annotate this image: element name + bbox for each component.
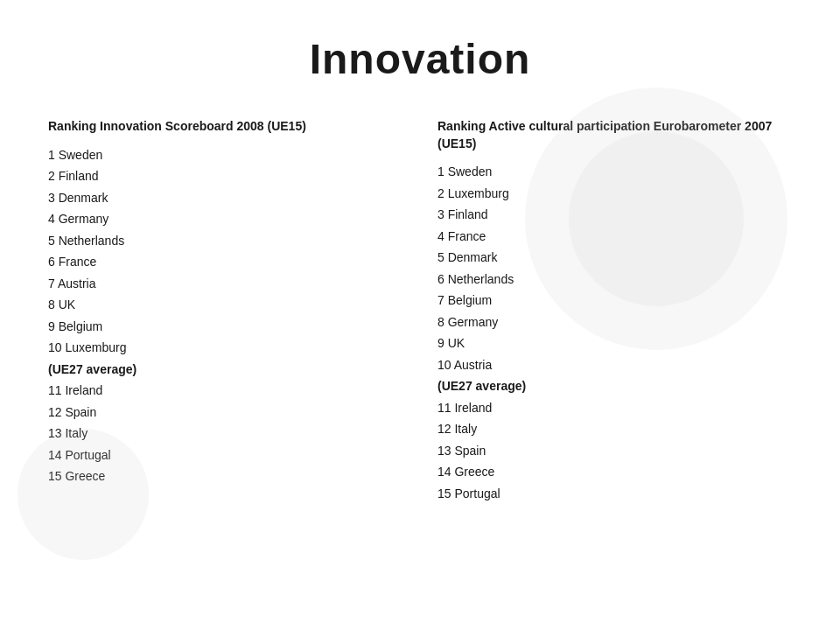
list-item: 11 Ireland bbox=[438, 397, 792, 419]
left-column-title: Ranking Innovation Scoreboard 2008 (UE15… bbox=[48, 118, 402, 136]
list-item: 8 UK bbox=[48, 294, 402, 316]
page-title: Innovation bbox=[0, 0, 840, 118]
list-item: 13 Italy bbox=[48, 423, 402, 444]
list-item: 11 Ireland bbox=[48, 380, 402, 402]
list-item: 6 France bbox=[48, 251, 402, 273]
list-item: 10 Luxemburg bbox=[48, 337, 402, 359]
left-ranking-list: 1 Sweden2 Finland3 Denmark4 Germany5 Net… bbox=[48, 144, 402, 487]
list-item: 14 Portugal bbox=[48, 444, 402, 466]
left-column: Ranking Innovation Scoreboard 2008 (UE15… bbox=[48, 118, 402, 504]
list-item: 1 Sweden bbox=[438, 161, 792, 183]
list-item: 5 Denmark bbox=[438, 247, 792, 269]
list-item: 5 Netherlands bbox=[48, 230, 402, 252]
list-item: 15 Portugal bbox=[438, 483, 792, 505]
right-column: Ranking Active cultural participation Eu… bbox=[438, 118, 792, 504]
list-item: 6 Netherlands bbox=[438, 269, 792, 290]
list-item: (UE27 average) bbox=[438, 375, 792, 397]
list-item: 9 UK bbox=[438, 332, 792, 354]
list-item: 2 Luxemburg bbox=[438, 183, 792, 205]
list-item: 12 Spain bbox=[48, 402, 402, 424]
list-item: 3 Finland bbox=[438, 204, 792, 226]
list-item: 3 Denmark bbox=[48, 187, 402, 209]
list-item: 12 Italy bbox=[438, 418, 792, 440]
list-item: 13 Spain bbox=[438, 440, 792, 462]
list-item: 7 Austria bbox=[48, 273, 402, 295]
list-item: 7 Belgium bbox=[438, 290, 792, 312]
list-item: 4 France bbox=[438, 226, 792, 248]
right-ranking-list: 1 Sweden2 Luxemburg3 Finland4 France5 De… bbox=[438, 161, 792, 504]
list-item: 9 Belgium bbox=[48, 316, 402, 338]
content-area: Ranking Innovation Scoreboard 2008 (UE15… bbox=[0, 118, 840, 504]
list-item: 1 Sweden bbox=[48, 144, 402, 166]
list-item: 8 Germany bbox=[438, 312, 792, 333]
list-item: 15 Greece bbox=[48, 466, 402, 487]
right-column-title: Ranking Active cultural participation Eu… bbox=[438, 118, 792, 152]
list-item: 14 Greece bbox=[438, 461, 792, 483]
list-item: 10 Austria bbox=[438, 354, 792, 376]
list-item: 4 Germany bbox=[48, 208, 402, 230]
list-item: (UE27 average) bbox=[48, 359, 402, 381]
list-item: 2 Finland bbox=[48, 165, 402, 187]
